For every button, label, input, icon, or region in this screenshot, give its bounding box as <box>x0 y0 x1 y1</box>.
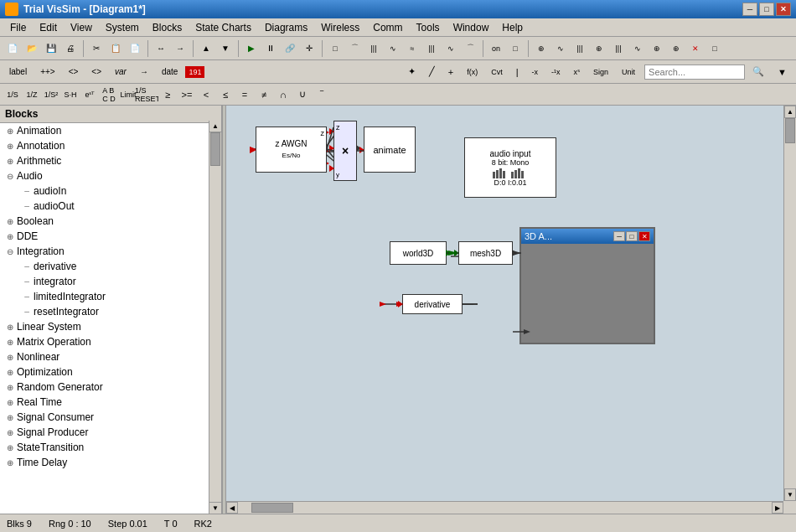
diagram-hscrollbar[interactable]: ◀ ▶ <box>226 501 783 514</box>
minimize-button[interactable]: ─ <box>742 3 757 16</box>
menu-edit[interactable]: Edit <box>33 20 64 35</box>
tb-b6[interactable]: ∿ <box>628 39 647 58</box>
sidebar-item-audioout[interactable]: ─ audioOut <box>0 199 221 214</box>
hscroll-thumb[interactable] <box>251 503 293 513</box>
sidebar-item-integration[interactable]: ⊖ Integration <box>0 244 221 259</box>
tb-tri2[interactable]: ⌒ <box>461 39 479 58</box>
sidebar-item-dde[interactable]: ⊕ DDE <box>0 229 221 244</box>
tb-plus[interactable]: ✛ <box>300 39 318 58</box>
sidebar-item-statetransition[interactable]: ⊕ StateTransition <box>0 440 221 455</box>
tb-b4[interactable]: ⊕ <box>590 39 608 58</box>
tb-new[interactable]: 📄 <box>3 39 22 58</box>
sidebar-item-linearsystem[interactable]: ⊕ Linear System <box>0 319 221 334</box>
tb-unit[interactable]: Unit <box>616 66 641 78</box>
tb-lte[interactable]: ≤ <box>216 86 235 103</box>
menu-view[interactable]: View <box>64 20 99 35</box>
menu-tools[interactable]: Tools <box>410 20 447 35</box>
restore-button[interactable]: □ <box>759 3 774 16</box>
tb-arrow[interactable]: → <box>134 65 154 78</box>
tb-date[interactable]: date <box>156 65 183 78</box>
window-controls[interactable]: ─ □ ✕ <box>742 3 791 16</box>
tb-negx[interactable]: -x <box>526 66 545 78</box>
tb-st[interactable]: eˢᵀ <box>80 86 99 103</box>
sidebar-item-audioin[interactable]: ─ audioIn <box>0 183 221 199</box>
tb-sine2[interactable]: ∿ <box>442 39 460 58</box>
tb-gte[interactable]: ≥ <box>158 86 177 103</box>
sidebar-item-nonlinear[interactable]: ⊕ Nonlinear <box>0 349 221 364</box>
zawgn-block[interactable]: z AWGN Es/No z <box>256 127 327 173</box>
diagram-vscrollbar[interactable]: ▲ ▼ <box>783 106 796 501</box>
3d-window-controls[interactable]: ─ □ ✕ <box>613 231 650 241</box>
sidebar-item-limitedintegrator[interactable]: ─ limitedIntegrator <box>0 289 221 304</box>
vscroll-down[interactable]: ▼ <box>784 488 796 501</box>
sidebar-item-audio[interactable]: ⊖ Audio <box>0 168 221 183</box>
search-input[interactable] <box>644 65 745 80</box>
tb-var[interactable]: var <box>109 65 132 78</box>
tb-print[interactable]: 🖨 <box>61 39 80 58</box>
mesh3d-block[interactable]: mesh3D <box>458 241 513 265</box>
multiply-block[interactable]: × z y <box>333 121 357 181</box>
tb-cut[interactable]: ✂ <box>87 39 106 58</box>
tb-plus2[interactable]: + <box>442 65 459 79</box>
tb-b2[interactable]: ∿ <box>551 39 570 58</box>
menu-window[interactable]: Window <box>447 20 496 35</box>
tb-run[interactable]: ▶ <box>242 39 261 58</box>
diagram-area[interactable]: z AWGN Es/No z <box>226 106 796 514</box>
tb-bar[interactable]: ||| <box>364 39 383 58</box>
tb-b3[interactable]: ||| <box>571 39 589 58</box>
tb-pause[interactable]: ⏸ <box>261 39 280 58</box>
world3d-block[interactable]: world3D <box>390 241 447 265</box>
sidebar-item-randomgenerator[interactable]: ⊕ Random Generator <box>0 380 221 395</box>
tb-num[interactable]: 191 <box>185 66 204 78</box>
tb-negxs[interactable]: -¹x <box>545 66 566 78</box>
tb-sh[interactable]: S·H <box>61 86 80 103</box>
tb-frac1s[interactable]: 1/S <box>3 86 22 103</box>
sidebar-item-timedelay[interactable]: ⊕ Time Delay <box>0 455 221 470</box>
tb-frac1s2[interactable]: 1/S² <box>42 86 60 103</box>
tb-xs[interactable]: xˢ <box>568 66 587 78</box>
tb-gauge[interactable]: □ <box>506 39 525 58</box>
3d-minimize-btn[interactable]: ─ <box>613 231 625 241</box>
tb-lt[interactable]: < <box>197 86 215 103</box>
tb-abcd[interactable]: A BC D <box>100 86 118 103</box>
sidebar-item-optimization[interactable]: ⊕ Optimization <box>0 364 221 380</box>
tb-neq[interactable]: ≠ <box>255 86 273 103</box>
tb-plusplus[interactable]: ++> <box>34 65 61 78</box>
3d-close-btn[interactable]: ✕ <box>638 231 650 241</box>
close-button[interactable]: ✕ <box>776 3 791 16</box>
tb-wave[interactable]: ≈ <box>403 39 421 58</box>
sidebar-item-animation[interactable]: ⊕ Animation <box>0 123 221 138</box>
tb-search-btn[interactable]: 🔍 <box>747 65 770 79</box>
menu-comm[interactable]: Comm <box>366 20 409 35</box>
sidebar-item-signalconsumer[interactable]: ⊕ Signal Consumer <box>0 410 221 425</box>
sidebar-item-boolean[interactable]: ⊕ Boolean <box>0 214 221 229</box>
tb-star[interactable]: ✦ <box>402 65 421 79</box>
tb-stop[interactable]: ✕ <box>686 39 705 58</box>
sidebar-item-signalproducer[interactable]: ⊕ Signal Producer <box>0 425 221 440</box>
tb-copy[interactable]: 📋 <box>106 39 125 58</box>
3d-window[interactable]: 3D A... ─ □ ✕ <box>519 227 655 344</box>
tb-bar2[interactable]: ||| <box>422 39 441 58</box>
tb-b9[interactable]: □ <box>706 39 724 58</box>
tb-link[interactable]: 🔗 <box>281 39 299 58</box>
sidebar-item-realtime[interactable]: ⊕ Real Time <box>0 395 221 410</box>
tb-sine[interactable]: ∿ <box>384 39 402 58</box>
tb-paste[interactable]: 📄 <box>126 39 144 58</box>
menu-diagrams[interactable]: Diagrams <box>258 20 314 35</box>
sidebar-item-annotation[interactable]: ⊕ Annotation <box>0 138 221 153</box>
menu-help[interactable]: Help <box>495 20 530 35</box>
tb-diamond[interactable]: <> <box>63 65 85 78</box>
sidebar-item-integrator[interactable]: ─ integrator <box>0 274 221 289</box>
menu-blocks[interactable]: Blocks <box>146 20 189 35</box>
tb-b8[interactable]: ⊕ <box>667 39 685 58</box>
menu-system[interactable]: System <box>99 20 146 35</box>
animate-block[interactable]: animate <box>364 127 416 173</box>
tb-fx[interactable]: f(x) <box>461 66 483 78</box>
tb-sq[interactable]: □ <box>326 39 344 58</box>
tb-frac1z[interactable]: 1/Z <box>23 86 41 103</box>
sidebar-scrollbar[interactable]: ▲ ▼ <box>209 121 221 514</box>
tb-bar3[interactable]: | <box>510 65 525 79</box>
tb-on[interactable]: on <box>487 39 505 58</box>
tb-arrow-r[interactable]: → <box>171 39 189 58</box>
sidebar-item-matrixop[interactable]: ⊕ Matrix Operation <box>0 334 221 349</box>
